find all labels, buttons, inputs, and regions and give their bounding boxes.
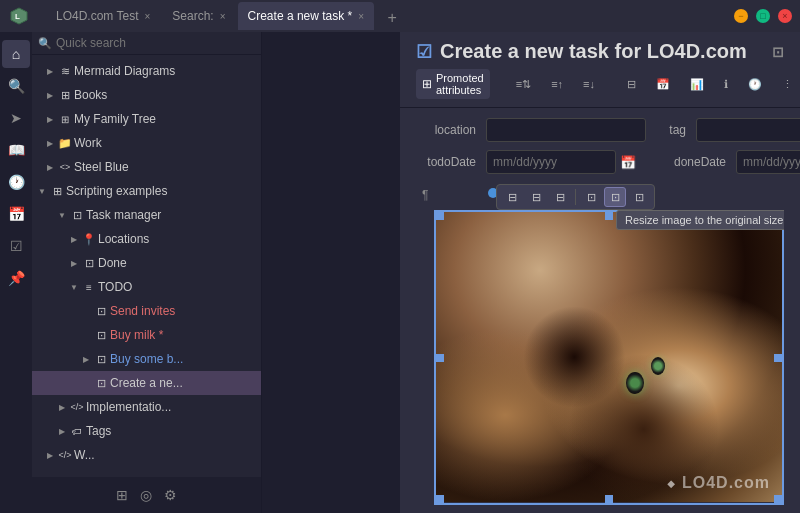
sidebar-item-todo[interactable]: ▼ ≡ TODO [32,275,261,299]
sidebar-icon-check[interactable]: ☑ [2,232,30,260]
sidebar-icon-search[interactable]: 🔍 [2,72,30,100]
arrow-steel-blue: ▶ [44,161,56,173]
sidebar-search-input[interactable] [56,36,255,50]
image-btn-wrap-left[interactable]: ⊡ [580,187,602,207]
task-check-icon: ☑ [416,41,432,63]
toolbar-btn-sort-asc[interactable]: ≡↑ [545,75,569,93]
tooltip-text: Resize image to the original size [625,214,783,226]
todo-date-input[interactable] [486,150,616,174]
icon-family-tree: ⊞ [58,112,72,126]
panel-expand-icon[interactable]: ⊡ [772,44,784,60]
sidebar-icon-home[interactable]: ⌂ [2,40,30,68]
sidebar-item-buy-milk[interactable]: ▶ ⊡ Buy milk * [32,323,261,347]
toolbar-btn-cal[interactable]: 📅 [650,75,676,94]
sidebar-settings-icon[interactable]: ⚙ [164,487,177,503]
sidebar-item-mermaid[interactable]: ▶ ≋ Mermaid Diagrams [32,59,261,83]
todo-date-calendar-icon[interactable]: 📅 [620,155,636,170]
sidebar-item-send-invites[interactable]: ▶ ⊡ Send invites [32,299,261,323]
handle-ml[interactable] [436,354,444,362]
sidebar-icon-nav[interactable]: ➤ [2,104,30,132]
filter-icon: ≡⇅ [516,78,531,91]
arrow-buy-some: ▶ [80,353,92,365]
icon-steel-blue: <> [58,160,72,174]
sidebar-item-scripting[interactable]: ▼ ⊞ Scripting examples [32,179,261,203]
handle-tl[interactable] [436,212,444,220]
sidebar-icon-book[interactable]: 📖 [2,136,30,164]
toolbar-row: ⊞ Promoted attributes ≡⇅ ≡↑ ≡↓ ⊟ 📅 📊 ℹ 🕐… [416,69,784,99]
toolbar-btn-info[interactable]: ℹ [718,75,734,94]
tab-create-close[interactable]: × [358,11,364,22]
label-todo: TODO [98,280,257,294]
tab-create[interactable]: Create a new task * × [238,2,375,30]
icon-task-manager: ⊡ [70,208,84,222]
image-btn-wrap-none[interactable]: ⊡ [604,187,626,207]
handle-bl[interactable] [436,495,444,503]
close-button[interactable]: × [778,9,792,23]
handle-mr[interactable] [774,354,782,362]
sidebar-item-w[interactable]: ▶ </> W... [32,443,261,467]
form-row-dates: todoDate 📅 doneDate 📅 [416,150,784,174]
sidebar-icon-calendar[interactable]: 📅 [2,200,30,228]
chart-icon: 📊 [690,78,704,91]
promoted-attributes-btn[interactable]: ⊞ Promoted attributes [416,69,490,99]
sidebar-item-work[interactable]: ▶ 📁 Work [32,131,261,155]
sidebar-item-buy-some[interactable]: ▶ ⊡ Buy some b... [32,347,261,371]
image-btn-wrap-right[interactable]: ⊡ [628,187,650,207]
minimize-button[interactable]: − [734,9,748,23]
sidebar-icon-pin[interactable]: 📌 [2,264,30,292]
icon-locations: 📍 [82,232,96,246]
image-btn-inline-center[interactable]: ⊟ [525,187,547,207]
toolbar-btn-sort-desc[interactable]: ≡↓ [577,75,601,93]
sidebar-item-locations[interactable]: ▶ 📍 Locations [32,227,261,251]
done-date-input[interactable] [736,150,800,174]
sort-desc-icon: ≡↓ [583,78,595,90]
toolbar-btn-more[interactable]: ⋮ [776,75,799,94]
sidebar-item-done[interactable]: ▶ ⊡ Done [32,251,261,275]
sidebar-target-icon[interactable]: ◎ [140,487,152,503]
image-btn-inline-right[interactable]: ⊟ [549,187,571,207]
sidebar-item-implementation[interactable]: ▶ </> Implementatio... [32,395,261,419]
tab-lo4d[interactable]: LO4D.com Test × [46,2,160,30]
sidebar-item-steel-blue[interactable]: ▶ <> Steel Blue [32,155,261,179]
add-tab-button[interactable]: + [380,6,404,30]
tab-lo4d-close[interactable]: × [144,11,150,22]
sidebar-item-books[interactable]: ▶ ⊞ Books [32,83,261,107]
sidebar-item-tags[interactable]: ▶ 🏷 Tags [32,419,261,443]
label-create-new: Create a ne... [110,376,257,390]
toolbar-btn-history[interactable]: 🕐 [742,75,768,94]
icon-done: ⊡ [82,256,96,270]
resize-tooltip: Resize image to the original size [616,210,784,230]
window-controls: − □ × [734,9,792,23]
sidebar-layers-icon[interactable]: ⊞ [116,487,128,503]
tag-input[interactable] [696,118,800,142]
label-locations: Locations [98,232,257,246]
main-area: ⌂ 🔍 ➤ 📖 🕐 📅 ☑ 📌 🔍 ▶ ≋ Mermaid Diagrams [0,32,800,513]
sidebar-icon-clock[interactable]: 🕐 [2,168,30,196]
sidebar-container: ⌂ 🔍 ➤ 📖 🕐 📅 ☑ 📌 🔍 ▶ ≋ Mermaid Diagrams [0,32,400,513]
icon-work: 📁 [58,136,72,150]
panel-title-text: Create a new task for LO4D.com [440,40,747,63]
sidebar-item-family-tree[interactable]: ▶ ⊞ My Family Tree [32,107,261,131]
icon-buy-some: ⊡ [94,352,108,366]
tab-create-label: Create a new task * [248,9,353,23]
sidebar-item-task-manager[interactable]: ▼ ⊡ Task manager [32,203,261,227]
sidebar-item-create-new[interactable]: ▶ ⊡ Create a ne... [32,371,261,395]
sort-asc-icon: ≡↑ [551,78,563,90]
handle-mb[interactable] [605,495,613,503]
location-input[interactable] [486,118,646,142]
svg-text:L: L [15,12,20,21]
image-editor-area: ¶ ⊟ ⊟ ⊟ ⊡ ⊡ ⊡ Resize image to the origin… [416,184,784,505]
toolbar-btn-chart[interactable]: 📊 [684,75,710,94]
toolbar-btn-table[interactable]: ⊟ [621,75,642,94]
label-tags: Tags [86,424,257,438]
history-icon: 🕐 [748,78,762,91]
maximize-button[interactable]: □ [756,9,770,23]
image-btn-inline-left[interactable]: ⊟ [501,187,523,207]
tab-search[interactable]: Search: × [162,2,235,30]
label-work: Work [74,136,257,150]
tab-search-close[interactable]: × [220,11,226,22]
handle-mt[interactable] [605,212,613,220]
handle-br[interactable] [774,495,782,503]
arrow-w: ▶ [44,449,56,461]
toolbar-btn-filter[interactable]: ≡⇅ [510,75,537,94]
